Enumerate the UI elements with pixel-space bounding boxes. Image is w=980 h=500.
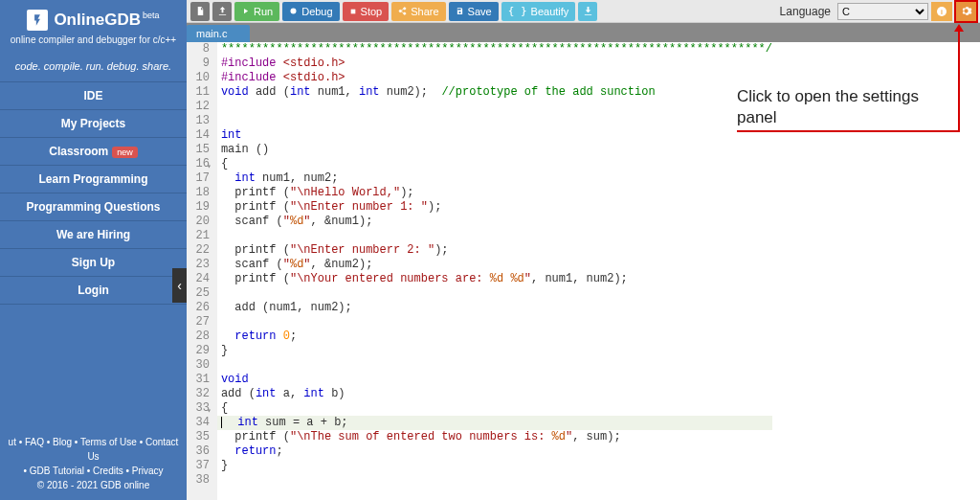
nav-item-learn-programming[interactable]: Learn Programming bbox=[0, 166, 187, 193]
code-line[interactable] bbox=[217, 100, 772, 114]
sidebar-header: OnlineGDBbeta online compiler and debugg… bbox=[0, 0, 187, 51]
new-badge: new bbox=[112, 147, 138, 158]
info-button[interactable]: i bbox=[931, 2, 952, 21]
brand: OnlineGDBbeta bbox=[54, 11, 159, 30]
code-line[interactable]: printf ("\nEnter numberr 2: "); bbox=[217, 243, 772, 258]
code-line[interactable] bbox=[217, 473, 772, 488]
logo-icon bbox=[27, 10, 48, 31]
sidebar: OnlineGDBbeta online compiler and debugg… bbox=[0, 0, 187, 500]
share-button[interactable]: Share bbox=[391, 2, 445, 21]
code-line[interactable]: void add (int num1, int num2); //prototy… bbox=[217, 85, 772, 100]
code-line[interactable]: return 0; bbox=[217, 330, 772, 344]
code-line[interactable] bbox=[217, 229, 772, 243]
code-line[interactable]: printf ("\nThe sum of entered two number… bbox=[217, 430, 772, 444]
code-line[interactable] bbox=[217, 114, 772, 128]
nav-item-login[interactable]: Login bbox=[0, 277, 187, 305]
code-line[interactable]: scanf ("%d", &num2); bbox=[217, 258, 772, 272]
svg-rect-1 bbox=[350, 9, 355, 13]
annotation-arrow-head bbox=[954, 24, 964, 32]
language-select[interactable]: C bbox=[837, 3, 928, 20]
svg-text:i: i bbox=[941, 8, 943, 14]
settings-button[interactable] bbox=[955, 2, 976, 21]
nav-item-sign-up[interactable]: Sign Up bbox=[0, 249, 187, 277]
sidebar-footer: ut • FAQ • Blog • Terms of Use • Contact… bbox=[0, 429, 187, 500]
code-line[interactable]: void bbox=[217, 373, 772, 387]
code-editor[interactable]: 8910111213141516▾17181920212223242526272… bbox=[187, 42, 772, 500]
nav-item-classroom[interactable]: Classroomnew bbox=[0, 138, 187, 166]
nav-item-we-are-hiring[interactable]: We are Hiring bbox=[0, 221, 187, 249]
line-gutter: 8910111213141516▾17181920212223242526272… bbox=[187, 42, 217, 500]
footer-links-2[interactable]: • GDB Tutorial • Credits • Privacy bbox=[4, 464, 183, 478]
code-line[interactable]: add (int a, int b) bbox=[217, 387, 772, 401]
beautify-button[interactable]: { }Beautify bbox=[501, 2, 576, 21]
code-line[interactable]: { bbox=[217, 157, 772, 171]
code-line[interactable] bbox=[217, 358, 772, 373]
code-line[interactable]: main () bbox=[217, 143, 772, 157]
run-button[interactable]: Run bbox=[234, 2, 279, 21]
nav-item-programming-questions[interactable]: Programming Questions bbox=[0, 193, 187, 221]
code-line[interactable]: int num1, num2; bbox=[217, 171, 772, 186]
code-line[interactable] bbox=[217, 286, 772, 301]
language-label: Language bbox=[780, 5, 831, 18]
code-line[interactable]: scanf ("%d", &num1); bbox=[217, 215, 772, 229]
code-line[interactable]: return; bbox=[217, 444, 772, 459]
code-line[interactable]: #include <stdio.h> bbox=[217, 71, 772, 85]
footer-copyright: © 2016 - 2021 GDB online bbox=[4, 478, 183, 492]
tagline: code. compile. run. debug. share. bbox=[0, 51, 187, 82]
code-line[interactable]: add (num1, num2); bbox=[217, 301, 772, 315]
code-area[interactable]: ****************************************… bbox=[217, 42, 772, 500]
code-line[interactable]: #include <stdio.h> bbox=[217, 57, 772, 71]
footer-links-1[interactable]: ut • FAQ • Blog • Terms of Use • Contact… bbox=[4, 435, 183, 464]
code-line[interactable] bbox=[217, 315, 772, 330]
code-line[interactable]: ****************************************… bbox=[217, 42, 772, 57]
sidebar-collapse-button[interactable]: ‹ bbox=[172, 268, 187, 303]
code-line[interactable]: } bbox=[217, 459, 772, 473]
tab-main-c[interactable]: main.c bbox=[187, 25, 250, 42]
toolbar: Run Debug Stop Share Save { }Beautify La… bbox=[187, 0, 980, 23]
tab-bar: main.c bbox=[187, 23, 980, 42]
svg-point-0 bbox=[291, 9, 297, 14]
code-line[interactable]: int sum = a + b; bbox=[217, 416, 772, 430]
upload-button[interactable] bbox=[212, 2, 232, 21]
code-line[interactable]: printf ("\nYour entered numbers are: %d … bbox=[217, 272, 772, 286]
annotation-arrow bbox=[958, 27, 960, 132]
brand-subtitle: online compiler and debugger for c/c++ bbox=[8, 34, 179, 45]
annotation-arrow bbox=[737, 130, 960, 132]
sidebar-nav: IDEMy ProjectsClassroomnewLearn Programm… bbox=[0, 82, 187, 305]
new-file-button[interactable] bbox=[190, 2, 210, 21]
code-line[interactable]: printf ("\nHello World,"); bbox=[217, 186, 772, 200]
download-button[interactable] bbox=[578, 2, 597, 21]
code-line[interactable]: int bbox=[217, 128, 772, 143]
annotation-text: Click to open the settings panel bbox=[737, 86, 938, 128]
stop-button[interactable]: Stop bbox=[343, 2, 390, 21]
save-button[interactable]: Save bbox=[449, 2, 499, 21]
nav-item-ide[interactable]: IDE bbox=[0, 82, 187, 110]
code-line[interactable]: } bbox=[217, 344, 772, 358]
code-line[interactable]: printf ("\nEnter number 1: "); bbox=[217, 200, 772, 215]
nav-item-my-projects[interactable]: My Projects bbox=[0, 110, 187, 138]
code-line[interactable]: { bbox=[217, 401, 772, 416]
debug-button[interactable]: Debug bbox=[282, 2, 339, 21]
